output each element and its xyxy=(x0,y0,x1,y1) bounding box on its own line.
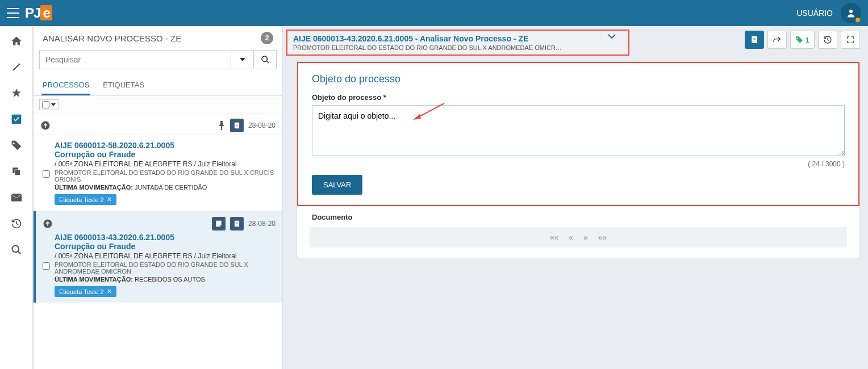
user-avatar[interactable] xyxy=(841,3,861,23)
char-count: ( 24 / 3000 ) xyxy=(312,160,845,168)
case-mov-label: ÚLTIMA MOVIMENTAÇÃO: xyxy=(55,184,133,191)
select-all-dropdown[interactable] xyxy=(39,99,59,110)
check-square-icon[interactable] xyxy=(10,112,23,126)
search-icon[interactable] xyxy=(10,243,23,257)
pager-last[interactable]: »» xyxy=(598,233,607,242)
case-etiqueta[interactable]: Etiqueta Teste 2✕ xyxy=(55,286,116,297)
case-subject: Corrupção ou Fraude xyxy=(55,150,276,159)
svg-rect-3 xyxy=(15,170,20,175)
process-actions: 1 xyxy=(629,26,865,49)
case-parties: PROMOTOR ELEITORAL DO ESTADO DO RIO GRAN… xyxy=(55,261,276,275)
chevron-down-icon[interactable] xyxy=(600,34,623,39)
case-zone: / 005ª ZONA ELEITORAL DE ALEGRETE RS / J… xyxy=(55,252,276,260)
svg-point-6 xyxy=(262,56,267,61)
search-dropdown-button[interactable] xyxy=(231,50,254,69)
document-icon[interactable] xyxy=(230,217,244,230)
objeto-textarea[interactable] xyxy=(312,105,845,156)
case-mov-value: RECEBIDOS OS AUTOS xyxy=(135,276,205,283)
home-icon[interactable] xyxy=(10,34,23,48)
documento-title: Documento xyxy=(310,213,847,227)
history-button[interactable] xyxy=(818,31,837,49)
process-title[interactable]: AIJE 0600013-43.2020.6.21.0005 - Analisa… xyxy=(293,34,600,43)
case-item[interactable]: 28-08-20 AIJE 0600013-43.2020.6.21.0005 … xyxy=(34,211,282,303)
history-icon[interactable] xyxy=(10,217,23,230)
objeto-field-label: Objeto do processo * xyxy=(312,93,845,102)
pager-first[interactable]: «« xyxy=(550,233,559,242)
case-parties: PROMOTOR ELEITORAL DO ESTADO DO RIO GRAN… xyxy=(55,169,276,183)
select-all-checkbox[interactable] xyxy=(42,101,49,108)
copy-icon[interactable] xyxy=(10,165,23,178)
case-number[interactable]: AIJE 0600012-58.2020.6.21.0005 xyxy=(55,141,276,150)
case-mov-label: ÚLTIMA MOVIMENTAÇÃO: xyxy=(55,276,133,283)
case-etiqueta[interactable]: Etiqueta Teste 2✕ xyxy=(55,194,116,205)
pencil-icon[interactable] xyxy=(10,60,23,74)
upload-icon[interactable] xyxy=(43,219,53,229)
share-button[interactable] xyxy=(767,31,787,49)
case-checkbox[interactable] xyxy=(43,235,50,297)
tags-icon[interactable] xyxy=(10,139,23,152)
process-subtitle: PROMOTOR ELEITORAL DO ESTADO DO RIO GRAN… xyxy=(293,44,600,51)
case-mov-value: JUNTADA DE CERTIDÃO xyxy=(135,184,207,191)
search-button[interactable] xyxy=(254,50,277,69)
main-content: AIJE 0600013-43.2020.6.21.0005 - Analisa… xyxy=(283,26,868,369)
case-checkbox[interactable] xyxy=(43,143,50,205)
case-date: 28-08-20 xyxy=(248,121,276,129)
case-zone: / 005ª ZONA ELEITORAL DE ALEGRETE RS / J… xyxy=(55,160,276,168)
tab-processos[interactable]: PROCESSOS xyxy=(41,76,90,95)
case-number[interactable]: AIJE 0600013-43.2020.6.21.0005 xyxy=(55,233,276,242)
app-logo: PJe xyxy=(25,5,52,21)
tag-count-button[interactable]: 1 xyxy=(790,31,815,49)
document-icon[interactable] xyxy=(230,119,244,132)
search-input[interactable] xyxy=(39,50,231,69)
upload-icon[interactable] xyxy=(40,120,51,131)
envelope-icon[interactable] xyxy=(10,191,23,204)
process-list-panel: ANALISAR NOVO PROCESSO - ZE 2 PROCESSOS … xyxy=(33,26,283,369)
tab-etiquetas[interactable]: ETIQUETAS xyxy=(102,76,145,95)
note-icon[interactable] xyxy=(212,217,226,230)
expand-button[interactable] xyxy=(841,31,860,49)
objeto-section: Objeto do processo Objeto do processo * … xyxy=(299,64,857,204)
menu-toggle-icon[interactable] xyxy=(7,8,19,18)
top-bar: PJe USUÁRIO xyxy=(0,0,868,26)
process-count-badge: 2 xyxy=(261,32,273,44)
panel-title: ANALISAR NOVO PROCESSO - ZE xyxy=(43,33,261,43)
remove-tag-icon: ✕ xyxy=(107,288,112,295)
case-subject: Corrupção ou Fraude xyxy=(55,242,276,251)
svg-point-0 xyxy=(849,10,853,13)
svg-rect-4 xyxy=(11,194,21,201)
pager-prev[interactable]: « xyxy=(569,233,573,242)
objeto-section-title: Objeto do processo xyxy=(312,73,845,85)
svg-point-5 xyxy=(12,246,19,253)
star-icon[interactable] xyxy=(10,86,23,100)
user-label: USUÁRIO xyxy=(796,9,833,18)
sidebar-nav xyxy=(0,26,33,369)
case-date: 28-08-20 xyxy=(248,220,276,228)
process-header: AIJE 0600013-43.2020.6.21.0005 - Analisa… xyxy=(286,30,629,56)
remove-tag-icon: ✕ xyxy=(107,196,112,203)
save-button[interactable]: SALVAR xyxy=(312,175,362,195)
pager-next[interactable]: » xyxy=(583,233,588,242)
documento-pager: «« « » »» xyxy=(310,227,847,248)
autos-button[interactable] xyxy=(745,31,764,49)
pin-icon[interactable] xyxy=(218,121,226,130)
case-item[interactable]: 28-08-20 AIJE 0600012-58.2020.6.21.0005 … xyxy=(34,114,282,211)
